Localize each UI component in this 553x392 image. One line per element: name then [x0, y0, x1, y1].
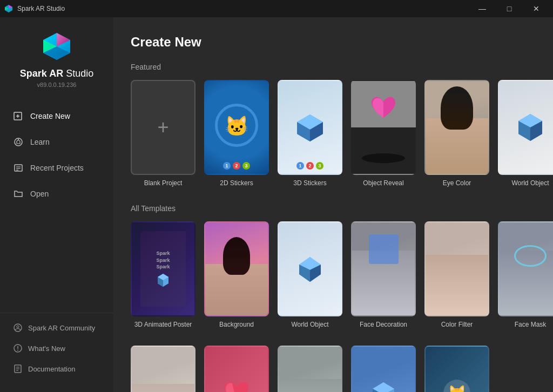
mask-overlay [514, 245, 547, 267]
all-templates-section: All Templates SparkSparkSpark [131, 204, 536, 328]
object-reveal-thumb [351, 80, 416, 175]
footer-item-community[interactable]: Spark AR Community [0, 317, 113, 338]
background-label: Background [204, 321, 269, 328]
mask-person [499, 251, 553, 315]
template-bottom-2[interactable] [204, 346, 269, 392]
step-dots-3d: 1 2 3 [296, 162, 323, 170]
heart-icon [368, 92, 399, 122]
template-object-reveal[interactable]: Object Reveal [351, 80, 416, 187]
featured-grid: + Blank Project 🐱 1 2 3 2D Stickers [131, 80, 536, 187]
face-mask-thumb [498, 221, 553, 316]
whats-new-icon [13, 343, 23, 353]
template-face-decoration[interactable]: Face Decoration [351, 221, 416, 328]
bottom-thumb-5: 🐱 [424, 346, 489, 392]
bottom-thumb-2 [204, 346, 269, 392]
template-world-object[interactable]: World Object [498, 80, 553, 187]
bottom-thumb-4 [351, 346, 416, 392]
title-bar-left: Spark AR Studio [4, 4, 65, 13]
person-body [205, 264, 268, 315]
face-person [352, 251, 415, 315]
template-2d-stickers[interactable]: 🐱 1 2 3 2D Stickers [204, 80, 269, 187]
glasses-icon [369, 234, 399, 264]
template-eye-color[interactable]: Eye Color [424, 80, 489, 187]
bottom-row-grid: 🐱 [131, 346, 536, 392]
world-object-label: World Object [498, 179, 553, 187]
footer-item-whats-new[interactable]: What's New [0, 338, 113, 359]
footer-item-documentation[interactable]: Documentation [0, 359, 113, 379]
nav-item-recent-projects[interactable]: Recent Projects [0, 155, 113, 181]
3d-poster-thumb: SparkSparkSpark [131, 221, 195, 316]
title-bar: Spark AR Studio — □ ✕ [0, 0, 553, 17]
template-3d-poster[interactable]: SparkSparkSpark 3D Animated Poster [131, 221, 195, 328]
hair [223, 237, 250, 275]
nav-item-learn[interactable]: Learn [0, 129, 113, 155]
page-title: Create New [131, 35, 536, 50]
face-deco-label: Face Decoration [351, 321, 416, 328]
template-background[interactable]: Background [204, 221, 269, 328]
create-new-icon [13, 111, 24, 121]
blue-cube-icon [293, 110, 327, 145]
cat-icon: 🐱 [225, 115, 249, 138]
logo-version: v89.0.0.19.236 [37, 82, 77, 88]
world-object-thumb [498, 80, 553, 175]
nav-label-learn: Learn [30, 138, 50, 146]
svg-point-20 [17, 350, 18, 351]
blank-project-thumb: + [131, 80, 195, 175]
template-bottom-1[interactable] [131, 346, 195, 392]
2d-stickers-label: 2D Stickers [204, 179, 269, 187]
2d-stickers-thumb: 🐱 1 2 3 [204, 80, 269, 175]
template-color-filter[interactable]: Color Filter [424, 221, 489, 328]
all-templates-label: All Templates [131, 204, 536, 213]
svg-point-17 [17, 326, 19, 328]
face-mask-label: Face Mask [498, 321, 553, 328]
learn-icon [13, 137, 24, 147]
recent-projects-icon [13, 163, 24, 173]
world-obj2-thumb [278, 221, 342, 316]
bottom-thumb-3 [278, 346, 342, 392]
nav-label-recent-projects: Recent Projects [30, 164, 84, 172]
template-world-obj2[interactable]: World Object [278, 221, 342, 328]
template-bottom-3[interactable] [278, 346, 342, 392]
template-bottom-4[interactable] [351, 346, 416, 392]
nav-item-open[interactable]: Open [0, 181, 113, 207]
bottom-thumb-1 [131, 346, 195, 392]
svg-marker-41 [373, 382, 394, 392]
background-thumb [204, 221, 269, 316]
template-face-mask[interactable]: Face Mask [498, 221, 553, 328]
all-templates-grid: SparkSparkSpark 3D Animated Poster [131, 221, 536, 328]
3d-poster-label: 3D Animated Poster [131, 321, 195, 328]
featured-section: Featured + Blank Project 🐱 1 2 [131, 63, 536, 187]
template-bottom-5[interactable]: 🐱 [424, 346, 489, 392]
logo-name: Spark AR Studio [20, 68, 93, 79]
sidebar-nav: Create New Learn [0, 99, 113, 313]
blue-gem-icon [370, 380, 397, 392]
3d-stickers-label: 3D Stickers [278, 179, 342, 187]
sidebar-logo: Spark AR Studio v89.0.0.19.236 [0, 17, 113, 99]
nav-item-create-new[interactable]: Create New [0, 103, 113, 129]
minimize-button[interactable]: — [470, 0, 495, 17]
plus-icon: + [157, 118, 168, 137]
shadow-ellipse [362, 153, 405, 163]
template-blank-project[interactable]: + Blank Project [131, 80, 195, 187]
sidebar: Spark AR Studio v89.0.0.19.236 Create Ne… [0, 17, 113, 392]
app-title: Spark AR Studio [17, 5, 65, 12]
heart-2-icon [221, 378, 252, 392]
object-reveal-label: Object Reveal [351, 179, 416, 187]
close-button[interactable]: ✕ [524, 0, 549, 17]
footer-label-documentation: Documentation [28, 365, 75, 373]
maximize-button[interactable]: □ [497, 0, 522, 17]
icosahedron-icon [514, 111, 547, 144]
nav-label-open: Open [30, 190, 49, 198]
main-content: Create New Featured + Blank Project 🐱 [113, 17, 553, 392]
hair-area [441, 86, 473, 130]
face-deco-thumb [351, 221, 416, 316]
template-3d-stickers[interactable]: 1 2 3 3D Stickers [278, 80, 342, 187]
gem-icon [294, 253, 326, 285]
featured-label: Featured [131, 63, 536, 71]
app-body: Spark AR Studio v89.0.0.19.236 Create Ne… [0, 17, 553, 392]
nav-label-create-new: Create New [30, 112, 70, 120]
sidebar-footer: Spark AR Community What's New [0, 313, 113, 383]
community-icon [13, 323, 23, 333]
poster-card: SparkSparkSpark [140, 231, 186, 307]
color-filter-label: Color Filter [424, 321, 489, 328]
